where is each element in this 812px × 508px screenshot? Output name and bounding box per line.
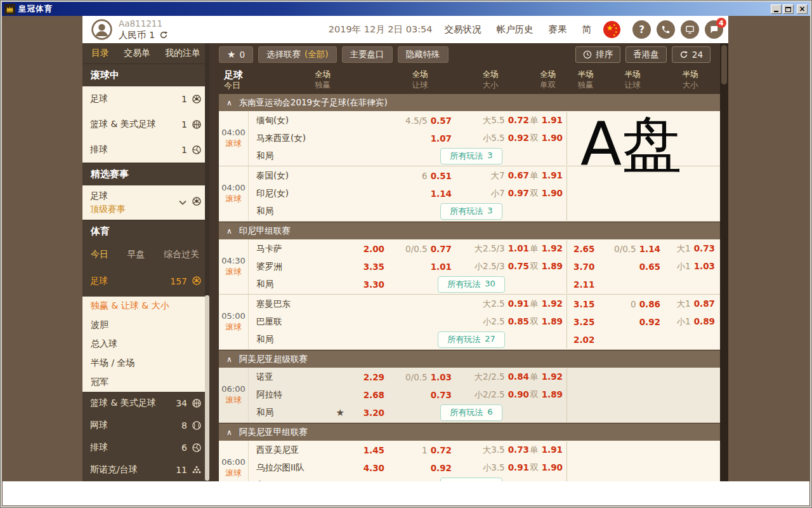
header-nav-link[interactable]: 简 bbox=[582, 23, 592, 36]
phone-icon[interactable] bbox=[657, 20, 675, 39]
odds-halftime-draw[interactable]: 2.02 bbox=[566, 331, 605, 349]
odds-fulltime-draw[interactable]: 4.40 bbox=[353, 481, 388, 481]
odds-fulltime-handicap[interactable]: 0.73 bbox=[388, 390, 452, 400]
help-icon[interactable]: ? bbox=[632, 20, 651, 39]
odds-fulltime-win[interactable]: 3.35 bbox=[353, 262, 388, 272]
odds-fulltime-handicap[interactable]: 0/0.51.03 bbox=[388, 372, 452, 382]
refresh-balance-icon[interactable] bbox=[159, 30, 168, 39]
sidebar-tab[interactable]: 交易单 bbox=[124, 48, 150, 59]
odds-fulltime-draw[interactable]: 3.30 bbox=[353, 279, 388, 290]
odds-halftime-overunder[interactable]: 小10.89 bbox=[660, 316, 720, 328]
featured-league-item[interactable]: 足球 顶级赛事 bbox=[82, 185, 209, 220]
all-plays-button[interactable]: 所有玩法27 bbox=[438, 331, 505, 348]
odds-halftime-overunder[interactable]: 大10.87 bbox=[660, 298, 720, 310]
odds-fulltime-oddeven[interactable]: 双1.89 bbox=[529, 389, 566, 401]
odds-fulltime-overunder[interactable]: 大2.50.91 bbox=[452, 298, 529, 310]
odds-fulltime-overunder[interactable]: 小5.50.92 bbox=[452, 133, 529, 144]
bet-type-item[interactable]: 冠军 bbox=[82, 373, 209, 392]
odds-fulltime-oddeven[interactable]: 单1.92 bbox=[529, 298, 566, 310]
all-plays-button[interactable]: 所有玩法30 bbox=[438, 276, 505, 293]
main-markets-button[interactable]: 主要盘口 bbox=[342, 46, 393, 63]
odds-fulltime-win[interactable]: 1.45 bbox=[353, 445, 388, 455]
odds-fulltime-handicap[interactable]: 4.5/50.57 bbox=[388, 116, 452, 126]
odds-fulltime-oddeven[interactable]: 双1.90 bbox=[529, 133, 566, 144]
odds-fulltime-win[interactable]: 4.30 bbox=[353, 463, 388, 473]
language-flag-icon[interactable]: ★ ★ ★ ★ ★ bbox=[603, 21, 620, 38]
odds-halftime-win[interactable]: 3.15 bbox=[566, 295, 605, 313]
odds-fulltime-overunder[interactable]: 大70.67 bbox=[452, 170, 529, 182]
odds-fulltime-handicap[interactable]: 0/0.50.77 bbox=[388, 244, 452, 254]
avatar[interactable] bbox=[91, 18, 113, 41]
odds-fulltime-overunder[interactable]: 大3.50.73 bbox=[452, 444, 529, 456]
sports-tab[interactable]: 综合过关 bbox=[164, 249, 199, 260]
sidebar-sport-item[interactable]: 斯诺克/台球11 bbox=[82, 458, 209, 481]
odds-fulltime-overunder[interactable]: 大2.5/31.01 bbox=[452, 243, 529, 255]
odds-fulltime-overunder[interactable]: 大2/2.50.84 bbox=[452, 371, 529, 383]
collapse-icon[interactable]: ∧ bbox=[226, 355, 232, 364]
sports-tab[interactable]: 今日 bbox=[91, 249, 108, 260]
odds-halftime-draw[interactable]: 2.11 bbox=[566, 276, 605, 293]
odds-halftime-handicap[interactable]: 00.86 bbox=[605, 299, 660, 309]
league-header[interactable]: ∧东南亚运动会2019女子足球(在菲律宾) bbox=[219, 94, 720, 111]
odds-halftime-overunder[interactable]: 大10.73 bbox=[660, 243, 720, 255]
refresh-button[interactable]: 24 bbox=[672, 46, 710, 63]
league-header[interactable]: ∧印尼甲组联赛 bbox=[219, 222, 720, 239]
odds-halftime-handicap[interactable]: 0.65 bbox=[605, 262, 660, 272]
collapse-icon[interactable]: ∧ bbox=[226, 428, 232, 437]
collapse-icon[interactable]: ∧ bbox=[226, 98, 232, 107]
market-type-button[interactable]: 香港盘 bbox=[625, 46, 667, 63]
odds-fulltime-overunder[interactable]: 小2.5/30.75 bbox=[452, 261, 529, 272]
odds-fulltime-overunder[interactable]: 小70.97 bbox=[452, 188, 529, 199]
minimize-button[interactable] bbox=[771, 4, 782, 14]
league-header[interactable]: ∧阿美尼亚超级联赛 bbox=[219, 351, 720, 368]
odds-fulltime-handicap[interactable]: 0.92 bbox=[388, 463, 452, 473]
odds-fulltime-oddeven[interactable]: 双1.89 bbox=[529, 316, 566, 328]
chat-icon[interactable]: 4 bbox=[705, 20, 723, 39]
odds-fulltime-oddeven[interactable]: 双1.90 bbox=[529, 188, 566, 199]
maximize-button[interactable] bbox=[783, 4, 794, 14]
bet-type-item[interactable]: 总入球 bbox=[82, 335, 209, 354]
close-button[interactable]: × bbox=[797, 4, 808, 14]
bet-type-item[interactable]: 半场 / 全场 bbox=[82, 354, 209, 373]
odds-fulltime-oddeven[interactable]: 单1.91 bbox=[529, 115, 566, 126]
odds-fulltime-overunder[interactable]: 大5.50.72 bbox=[452, 115, 529, 126]
header-nav-link[interactable]: 赛果 bbox=[549, 23, 567, 36]
odds-fulltime-handicap[interactable]: 10.72 bbox=[388, 445, 452, 455]
odds-fulltime-oddeven[interactable]: 单1.92 bbox=[529, 371, 566, 383]
odds-fulltime-win[interactable]: 2.29 bbox=[353, 372, 388, 382]
odds-fulltime-oddeven[interactable]: 单1.91 bbox=[529, 444, 566, 456]
sidebar-sport-item[interactable]: 排球6 bbox=[82, 436, 209, 458]
all-plays-button[interactable]: 所有玩法3 bbox=[440, 203, 502, 220]
odds-fulltime-overunder[interactable]: 小2.50.85 bbox=[452, 316, 529, 328]
odds-fulltime-overunder[interactable]: 小2/2.50.90 bbox=[452, 389, 529, 401]
board-scrollbar-thumb[interactable] bbox=[721, 45, 727, 84]
bet-type-item[interactable]: 独赢 & 让球 & 大小 bbox=[82, 297, 209, 316]
live-sport-item[interactable]: 篮球 & 美式足球1 bbox=[82, 112, 209, 137]
sidebar-tab[interactable]: 目录 bbox=[91, 48, 109, 59]
collapse-icon[interactable]: ∧ bbox=[226, 227, 232, 236]
odds-fulltime-oddeven[interactable]: 双1.89 bbox=[529, 261, 566, 272]
live-sport-item[interactable]: 排球1 bbox=[82, 137, 209, 163]
sports-tab[interactable]: 早盘 bbox=[128, 249, 145, 260]
odds-halftime-overunder[interactable]: 小11.03 bbox=[660, 261, 720, 272]
sidebar-sport-item[interactable]: 网球8 bbox=[82, 414, 209, 436]
sidebar-tab[interactable]: 我的注单 bbox=[165, 48, 200, 59]
live-monitor-icon[interactable] bbox=[681, 20, 699, 39]
header-nav-link[interactable]: 帐户历史 bbox=[497, 23, 534, 36]
odds-fulltime-oddeven[interactable]: 单1.92 bbox=[529, 243, 566, 255]
header-nav-link[interactable]: 交易状况 bbox=[445, 23, 481, 36]
odds-fulltime-handicap[interactable]: 1.14 bbox=[388, 189, 452, 199]
sidebar-sport-item[interactable]: 篮球 & 美式足球34 bbox=[82, 392, 209, 414]
sidebar-scrollbar-thumb[interactable] bbox=[205, 295, 209, 481]
odds-halftime-win[interactable]: 3.70 bbox=[566, 258, 605, 276]
all-plays-button[interactable]: 所有玩法6 bbox=[440, 404, 502, 421]
odds-halftime-win[interactable]: 2.65 bbox=[566, 240, 605, 258]
odds-halftime-handicap[interactable]: 0/0.51.14 bbox=[605, 244, 660, 254]
odds-fulltime-handicap[interactable]: 1.01 bbox=[388, 262, 452, 272]
sidebar-item-football[interactable]: 足球 157 bbox=[82, 266, 209, 297]
select-league-button[interactable]: 选择联赛 (全部) bbox=[258, 46, 337, 63]
bet-type-item[interactable]: 波胆 bbox=[82, 316, 209, 335]
favorites-button[interactable]: ★ 0 bbox=[219, 46, 253, 63]
all-plays-button[interactable]: 所有玩法5 bbox=[440, 478, 502, 481]
odds-fulltime-oddeven[interactable]: 双1.90 bbox=[529, 462, 566, 474]
